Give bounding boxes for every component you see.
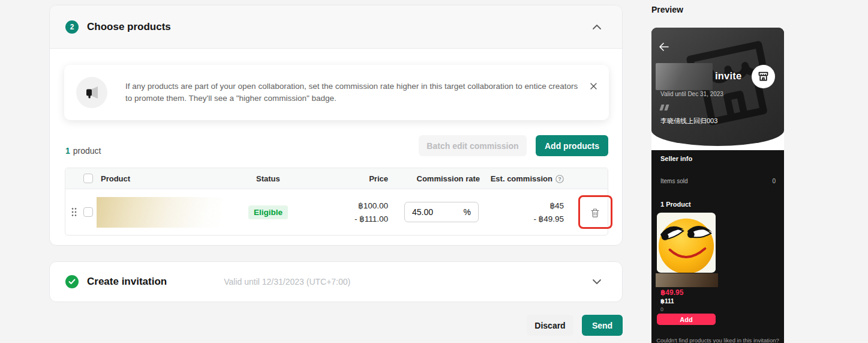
- items-sold-label: Items sold: [660, 178, 688, 184]
- est-commission-min: ฿45: [444, 199, 564, 213]
- column-header-product: Product: [101, 168, 130, 189]
- table-row: Eligible ฿100.00 - ฿111.00 % ฿45 - ฿49.9…: [65, 189, 608, 235]
- price-cell: ฿100.00 - ฿111.00: [316, 199, 388, 226]
- choose-products-panel: 2 Choose products If any products are pa…: [49, 5, 623, 246]
- store-avatar: [752, 65, 775, 88]
- svg-text:?: ?: [558, 176, 561, 182]
- step-complete-check-icon: [65, 275, 79, 288]
- column-header-est-commission: Est. commission: [491, 174, 552, 183]
- expand-section-button[interactable]: [590, 276, 604, 287]
- help-circle-icon[interactable]: ?: [555, 175, 564, 183]
- preview-title: Preview: [651, 5, 683, 14]
- seller-info-heading: Seller info: [660, 155, 692, 162]
- campaign-name: 李晓倩线上回归003: [660, 117, 717, 126]
- preview-valid-until: Valid until Dec 31, 2023: [660, 91, 723, 97]
- batch-edit-commission-button[interactable]: Batch edit commission: [419, 135, 527, 156]
- chevron-up-icon: [592, 24, 602, 30]
- banner-close-button[interactable]: [588, 80, 599, 92]
- preview-sold-count: 0: [660, 306, 663, 312]
- chevron-down-icon: [592, 279, 602, 285]
- collapse-section-button[interactable]: [590, 22, 604, 32]
- preview-product-count: 1 Product: [660, 201, 691, 208]
- row-checkbox[interactable]: [83, 207, 93, 217]
- product-thumbnail-blurred: [97, 197, 223, 228]
- items-sold-value: 0: [772, 178, 776, 184]
- select-all-checkbox[interactable]: [83, 174, 93, 183]
- price-min: ฿100.00: [316, 199, 388, 213]
- commission-rate-input[interactable]: [412, 207, 448, 217]
- discard-button[interactable]: Discard: [527, 315, 573, 336]
- choose-products-header: 2 Choose products: [50, 5, 622, 49]
- step-2-badge: 2: [65, 20, 79, 34]
- product-count: 1 product: [65, 140, 101, 161]
- send-button[interactable]: Send: [582, 315, 623, 336]
- products-table: Product Status Price Commission rate Est…: [65, 168, 608, 235]
- est-commission-max: - ฿49.95: [444, 213, 564, 226]
- choose-products-title: Choose products: [87, 21, 171, 33]
- est-commission-cell: ฿45 - ฿49.95: [444, 199, 564, 226]
- open-collaboration-banner: If any products are part of your open co…: [64, 65, 609, 120]
- delete-product-button[interactable]: [587, 204, 603, 221]
- store-icon: [757, 70, 770, 83]
- validity-text: Valid until 12/31/2023 (UTC+7:00): [224, 277, 350, 287]
- banner-text: If any products are part of your open co…: [125, 80, 581, 105]
- product-name-blurred: [656, 273, 718, 287]
- seller-name-blurred: [656, 63, 713, 90]
- back-arrow-icon: [659, 43, 669, 51]
- create-invitation-title: Create invitation: [87, 276, 167, 288]
- preview-add-button: Add: [657, 314, 716, 325]
- items-sold-row: Items sold 0: [660, 178, 776, 184]
- price-max: - ฿111.00: [316, 213, 388, 226]
- status-badge: Eligible: [248, 205, 288, 219]
- product-image-emoji: [657, 213, 716, 273]
- quote-mark-icon: [660, 105, 668, 111]
- preview-invite-header: invite Valid until Dec 31, 2023 李晓倩线上回归0…: [651, 28, 784, 146]
- megaphone-icon: [76, 77, 107, 108]
- drag-handle[interactable]: [71, 207, 77, 219]
- create-invitation-panel: Create invitation Valid until 12/31/2023…: [49, 261, 623, 302]
- preview-sale-price: ฿49.95: [660, 288, 683, 297]
- invitation-phone-preview: invite Valid until Dec 31, 2023 李晓倩线上回归0…: [651, 28, 784, 343]
- add-products-button[interactable]: Add products: [536, 135, 608, 156]
- close-icon: [590, 83, 597, 90]
- column-header-status: Status: [256, 168, 280, 189]
- trash-icon: [590, 208, 600, 218]
- product-count-number: 1: [65, 146, 70, 156]
- preview-footer-question: Couldn't find products you liked in this…: [651, 337, 784, 343]
- preview-original-price: ฿111: [660, 298, 674, 305]
- product-count-label: product: [73, 146, 101, 156]
- invite-text: invite: [715, 70, 741, 82]
- products-table-header: Product Status Price Commission rate Est…: [65, 168, 608, 189]
